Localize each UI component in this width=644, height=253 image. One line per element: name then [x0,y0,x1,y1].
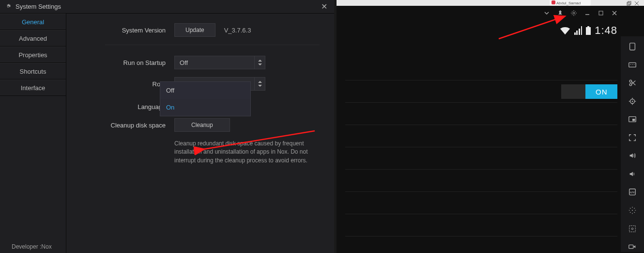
cleanup-help: Cleanup redundant disk space caused by f… [174,140,320,165]
svg-rect-27 [632,119,635,121]
close-icon[interactable]: ✕ [319,2,329,11]
svg-point-14 [632,64,632,65]
svg-rect-0 [627,2,630,5]
settings-content: System Version Update V_3.7.6.3 Run on S… [66,14,334,253]
update-button[interactable]: Update [174,23,215,37]
svg-point-13 [630,64,631,65]
startup-label: Run on Startup [81,59,166,66]
apk-icon[interactable]: APK [627,187,638,198]
scissors-icon[interactable] [627,78,638,88]
minimize-icon[interactable] [583,9,592,17]
tab-properties[interactable]: Properties [0,47,66,63]
gear-icon [5,3,12,10]
emulator-settings-list: ON [345,58,617,237]
browser-window-buttons [627,1,639,6]
svg-point-4 [573,12,575,14]
settings-body: General Advanced Properties Shortcuts In… [0,14,334,253]
list-item[interactable] [345,192,617,214]
svg-text:APK: APK [630,191,635,194]
list-item[interactable] [345,214,617,237]
settings-titlebar: System Settings ✕ [0,0,334,14]
svg-point-21 [632,100,633,102]
spinner-icon [254,56,265,69]
toggle-on-side: ON [585,84,617,99]
volume-down-icon[interactable] [627,169,638,179]
android-statusbar: 1:48 [560,24,617,37]
volume-up-icon[interactable] [627,150,638,161]
browser-tab-label: Abdul_Samad [556,1,581,5]
language-label: Language [81,103,166,111]
settings-tabs: General Advanced Properties Shortcuts In… [0,14,66,253]
browser-close-icon[interactable] [634,1,639,6]
clock: 1:48 [595,24,617,37]
record-icon[interactable] [627,241,638,252]
pin-icon[interactable] [556,9,565,17]
tab-shortcuts[interactable]: Shortcuts [0,63,66,79]
svg-rect-11 [630,43,635,50]
chevron-down-icon[interactable] [542,9,551,17]
location-icon[interactable] [627,96,638,107]
screenshot-icon[interactable] [627,223,638,234]
svg-rect-33 [629,245,633,249]
developer-label: Developer :Nox [12,243,52,250]
list-item[interactable] [345,147,617,170]
svg-rect-31 [629,225,636,232]
svg-point-30 [632,210,633,211]
root-label: Root [81,80,166,88]
gear-icon[interactable] [569,9,578,17]
tab-interface[interactable]: Interface [0,79,66,96]
browser-tab[interactable]: Abdul_Samad [550,0,591,6]
root-option-on[interactable]: On [160,99,250,116]
svg-point-15 [634,64,634,65]
browser-chrome [337,0,644,6]
list-item[interactable] [345,170,617,192]
emulator-toolbar [542,9,619,17]
cleanup-label: Cleanup disk space [81,122,166,129]
shake-icon[interactable] [627,205,638,216]
svg-rect-12 [629,63,636,67]
battery-icon [586,26,591,35]
version-text: V_3.7.6.3 [224,27,251,34]
wifi-icon [560,26,570,35]
dialog-title: System Settings [15,3,319,10]
list-item[interactable] [345,103,617,125]
pip-icon[interactable] [627,114,638,125]
emulator-window: Abdul_Samad 1:48 ON [337,0,644,253]
tab-advanced[interactable]: Advanced [0,30,66,47]
startup-value: Off [180,59,188,66]
svg-rect-1 [628,1,631,4]
signal-icon [574,26,582,35]
svg-rect-10 [587,26,589,27]
wa-icon [552,0,555,4]
list-item[interactable] [345,125,617,147]
root-option-off[interactable]: Off [160,82,250,99]
maximize-icon[interactable] [597,9,605,17]
rotate-icon[interactable] [627,41,638,52]
keyboard-icon[interactable] [627,60,638,70]
svg-rect-6 [599,11,603,15]
list-item[interactable] [345,58,617,80]
cleanup-button[interactable]: Cleanup [174,118,230,132]
tab-general[interactable]: General [0,14,66,30]
row-startup: Run on Startup Off [81,56,320,69]
toggle-off-side [561,84,585,99]
root-dropdown: Off On [160,81,251,116]
row-cleanup: Cleanup disk space Cleanup [81,118,320,132]
system-version-label: System Version [81,27,166,34]
toggle-switch[interactable]: ON [561,84,617,99]
divider [105,45,320,45]
browser-restore-icon[interactable] [627,1,631,6]
close-window-icon[interactable] [610,9,619,17]
row-system-version: System Version Update V_3.7.6.3 [81,23,320,37]
svg-point-32 [631,228,633,230]
list-item[interactable]: ON [345,80,617,103]
startup-select[interactable]: Off [174,56,265,69]
settings-dialog: System Settings ✕ General Advanced Prope… [0,0,334,253]
emulator-sidebar: APK [621,36,644,252]
spinner-icon [254,78,265,90]
svg-rect-9 [586,27,591,35]
fullscreen-icon[interactable] [627,132,638,143]
